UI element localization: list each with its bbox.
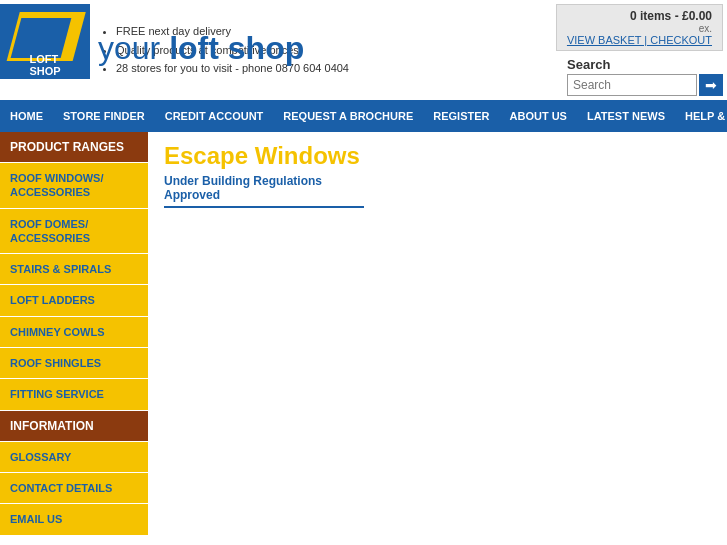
basket-ex: ex. <box>567 23 712 34</box>
search-label: Search <box>567 57 723 72</box>
main: PRODUCT RANGESROOF WINDOWS/ ACCESSORIESR… <box>0 132 727 536</box>
content-area: Escape Windows Under Building Regulation… <box>148 132 727 536</box>
search-row: ➡ <box>567 74 723 96</box>
nav-item-latest-news[interactable]: LATEST NEWS <box>577 100 675 132</box>
sidebar-item-glossary[interactable]: GLOSSARY <box>0 442 148 473</box>
search-button[interactable]: ➡ <box>699 74 723 96</box>
content-title: Escape Windows <box>164 142 711 170</box>
nav-item-register[interactable]: REGISTER <box>423 100 499 132</box>
basket-area: 0 items - £0.00 ex. VIEW BASKET | CHECKO… <box>556 4 723 51</box>
nav-item-credit-account[interactable]: CREDIT ACCOUNT <box>155 100 274 132</box>
basket-count: 0 items - £0.00 <box>567 9 712 23</box>
nav-item-request-brochure[interactable]: REQUEST A BROCHURE <box>273 100 423 132</box>
sidebar-item-roof-domes[interactable]: ROOF DOMES/ ACCESSORIES <box>0 209 148 255</box>
nav: HOMESTORE FINDERCREDIT ACCOUNTREQUEST A … <box>0 100 727 132</box>
sidebar-item-roof-windows[interactable]: ROOF WINDOWS/ ACCESSORIES <box>0 163 148 209</box>
search-input[interactable] <box>567 74 697 96</box>
sidebar: PRODUCT RANGESROOF WINDOWS/ ACCESSORIESR… <box>0 132 148 536</box>
search-arrow-icon: ➡ <box>705 77 717 93</box>
basket-link[interactable]: VIEW BASKET | CHECKOUT <box>567 34 712 46</box>
sidebar-item-loft-ladders[interactable]: LOFT LADDERS <box>0 285 148 316</box>
sidebar-item-chimney-cowls[interactable]: CHIMNEY COWLS <box>0 317 148 348</box>
nav-item-store-finder[interactable]: STORE FINDER <box>53 100 155 132</box>
search-area: Search ➡ <box>567 57 723 96</box>
nav-item-about-us[interactable]: ABOUT US <box>500 100 577 132</box>
sidebar-item-stairs-spirals[interactable]: STAIRS & SPIRALS <box>0 254 148 285</box>
nav-item-home[interactable]: HOME <box>0 100 53 132</box>
nav-item-help-faqs[interactable]: HELP & FAQS <box>675 100 727 132</box>
content-subtitle: Under Building Regulations Approved <box>164 174 364 208</box>
sidebar-item-contact-details[interactable]: CONTACT DETAILS <box>0 473 148 504</box>
logo-text: LOFTSHOP <box>29 53 60 77</box>
sidebar-header: PRODUCT RANGES <box>0 132 148 163</box>
header-right: 0 items - £0.00 ex. VIEW BASKET | CHECKO… <box>556 4 727 96</box>
sidebar-item-email-us[interactable]: EMAIL US <box>0 504 148 535</box>
header: LOFTSHOP FREE next day deliveryQuality p… <box>0 0 727 100</box>
sidebar-item-roof-shingles[interactable]: ROOF SHINGLES <box>0 348 148 379</box>
sidebar-item-fitting-service[interactable]: FITTING SERVICE <box>0 379 148 410</box>
sidebar-item-information[interactable]: INFORMATION <box>0 411 148 442</box>
logo: LOFTSHOP <box>0 4 90 79</box>
site-title: your loft shop <box>98 30 304 67</box>
